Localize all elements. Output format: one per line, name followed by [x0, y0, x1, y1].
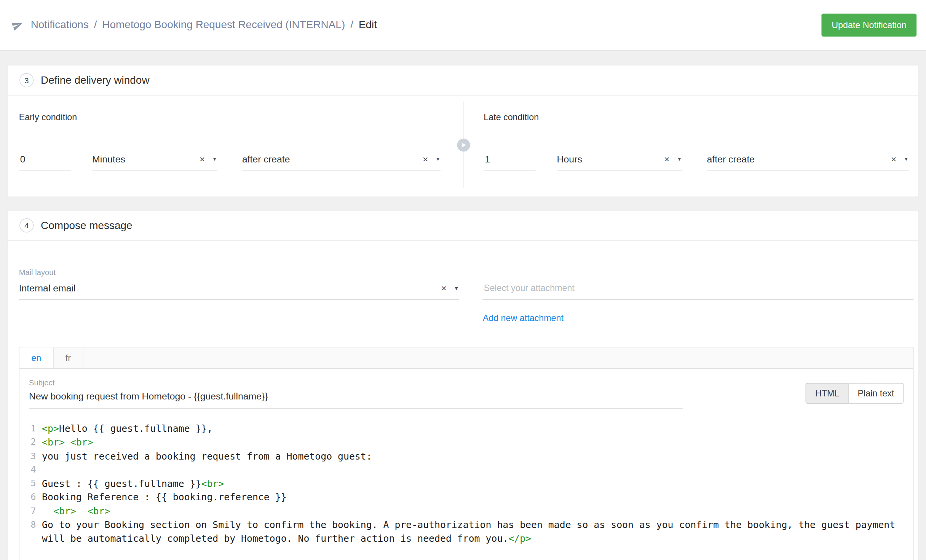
editor-line[interactable]: 6Booking Reference : {{ booking.referenc… — [29, 491, 910, 504]
code-line[interactable] — [42, 463, 909, 477]
update-notification-button[interactable]: Update Notification — [822, 14, 916, 37]
attachment-input[interactable] — [483, 283, 914, 300]
tab-en[interactable]: en — [19, 348, 53, 368]
code-line[interactable]: <br> <br> — [42, 504, 909, 518]
text-token — [76, 506, 88, 517]
early-condition-row: Minutes × ▾ after create × ▾ — [19, 154, 441, 170]
html-tag-token: <br> — [201, 478, 224, 489]
editor-line[interactable]: 4 — [29, 463, 910, 477]
late-anchor-value: after create — [707, 154, 886, 165]
editor-line[interactable]: 5Guest : {{ guest.fullname }}<br> — [29, 477, 910, 491]
breadcrumb-current: Edit — [359, 19, 377, 32]
early-value-input[interactable] — [19, 154, 71, 170]
text-token: Booking Reference : {{ booking.reference… — [42, 492, 286, 503]
play-icon — [457, 138, 470, 151]
editor-line[interactable]: 3you just received a booking request fro… — [29, 449, 910, 463]
editor-line[interactable]: 1<p>Hello {{ guest.fullname }}, — [29, 422, 910, 436]
late-unit-value: Hours — [557, 154, 659, 165]
early-unit-value: Minutes — [92, 154, 195, 165]
clear-icon[interactable]: × — [441, 284, 447, 293]
delivery-window-header: 3 Define delivery window — [8, 65, 918, 95]
subject-label: Subject — [29, 378, 683, 387]
compose-message-section: 4 Compose message Mail layout Internal e… — [7, 210, 919, 560]
early-condition-column: Early condition Minutes × ▾ after create… — [8, 95, 463, 196]
breadcrumb-separator: / — [350, 19, 353, 32]
condition-divider — [463, 102, 464, 188]
editor-line[interactable]: 8Go to your Booking section on Smily to … — [29, 518, 910, 546]
attachment-field: Add new attachment — [483, 268, 914, 323]
caret-down-icon[interactable]: ▾ — [213, 156, 216, 162]
clear-icon[interactable]: × — [200, 154, 205, 164]
early-unit-select[interactable]: Minutes × ▾ — [92, 154, 217, 170]
language-tabs: enfr — [19, 348, 913, 369]
mail-layout-value: Internal email — [19, 283, 437, 294]
compose-message-title: Compose message — [41, 219, 133, 232]
code-line[interactable]: Go to your Booking section on Smily to c… — [42, 518, 909, 546]
late-unit-select[interactable]: Hours × ▾ — [557, 154, 682, 170]
late-condition-row: Hours × ▾ after create × ▾ — [484, 154, 909, 170]
compose-message-body: Mail layout Internal email × ▾ Add new a… — [8, 241, 918, 560]
line-number: 5 — [29, 477, 36, 491]
breadcrumb-section[interactable]: Notifications — [31, 19, 89, 32]
format-toggle: HTML Plain text — [806, 383, 904, 404]
top-bar: Notifications / Hometogo Booking Request… — [0, 0, 926, 51]
delivery-window-section: 3 Define delivery window Early condition… — [7, 65, 919, 197]
code-line[interactable]: <p>Hello {{ guest.fullname }}, — [42, 422, 909, 436]
editor-line[interactable]: 7 <br> <br> — [29, 504, 910, 518]
caret-down-icon[interactable]: ▾ — [678, 156, 681, 162]
html-tag-token: <br> — [42, 437, 65, 448]
code-line[interactable]: Booking Reference : {{ booking.reference… — [42, 491, 909, 504]
breadcrumb: Notifications / Hometogo Booking Request… — [12, 19, 377, 32]
mail-layout-field: Mail layout Internal email × ▾ — [19, 268, 459, 323]
caret-down-icon[interactable]: ▾ — [455, 286, 458, 292]
breadcrumb-separator: / — [94, 19, 97, 32]
mail-layout-label: Mail layout — [19, 268, 459, 277]
main-content: 3 Define delivery window Early condition… — [0, 51, 926, 560]
early-anchor-select[interactable]: after create × ▾ — [242, 154, 441, 170]
caret-down-icon[interactable]: ▾ — [905, 156, 908, 162]
app-root: Notifications / Hometogo Booking Request… — [0, 0, 926, 560]
code-line[interactable]: you just received a booking request from… — [42, 449, 909, 463]
late-condition-label: Late condition — [484, 112, 909, 122]
text-token — [65, 437, 70, 448]
early-condition-label: Early condition — [19, 112, 441, 122]
compose-message-header: 4 Compose message — [8, 211, 918, 241]
html-tag-token: <br> — [70, 437, 93, 448]
code-line[interactable]: Guest : {{ guest.fullname }}<br> — [42, 477, 909, 491]
early-anchor-value: after create — [242, 154, 418, 165]
text-token — [42, 506, 53, 517]
late-value-input[interactable] — [484, 154, 535, 170]
layout-attachment-row: Mail layout Internal email × ▾ Add new a… — [19, 268, 914, 323]
plain-text-mode-button[interactable]: Plain text — [849, 383, 904, 404]
step-4-badge: 4 — [19, 218, 34, 232]
subject-input[interactable] — [29, 387, 683, 409]
line-number: 7 — [29, 504, 36, 518]
code-line[interactable]: <br> <br> — [42, 436, 909, 449]
subject-field: Subject — [29, 378, 683, 409]
html-tag-token: <p> — [42, 423, 59, 434]
tab-fr[interactable]: fr — [54, 348, 83, 368]
step-3-badge: 3 — [19, 73, 34, 87]
delivery-window-body: Early condition Minutes × ▾ after create… — [8, 95, 918, 196]
send-icon — [10, 18, 25, 32]
editor-line[interactable]: 2<br> <br> — [29, 436, 910, 449]
clear-icon[interactable]: × — [664, 154, 669, 164]
mail-layout-select[interactable]: Internal email × ▾ — [19, 283, 459, 299]
line-number: 2 — [29, 436, 36, 449]
html-tag-token: </p> — [508, 533, 531, 544]
line-number: 1 — [29, 422, 36, 436]
text-token: Hello {{ guest.fullname }}, — [59, 423, 212, 434]
tab-content: Subject HTML Plain text 1<p>Hello {{ gue… — [19, 369, 913, 560]
text-token: Guest : {{ guest.fullname }} — [42, 478, 201, 489]
clear-icon[interactable]: × — [423, 154, 428, 164]
line-number: 8 — [29, 518, 36, 532]
message-editor[interactable]: 1<p>Hello {{ guest.fullname }},2<br> <br… — [29, 422, 910, 546]
late-anchor-select[interactable]: after create × ▾ — [707, 154, 909, 170]
message-tab-panel: enfr Subject HTML Plain text — [19, 347, 914, 560]
line-number: 3 — [29, 449, 36, 463]
caret-down-icon[interactable]: ▾ — [436, 156, 439, 162]
clear-icon[interactable]: × — [891, 154, 896, 164]
html-mode-button[interactable]: HTML — [806, 383, 849, 404]
breadcrumb-item[interactable]: Hometogo Booking Request Received (INTER… — [102, 19, 345, 32]
add-attachment-link[interactable]: Add new attachment — [483, 313, 564, 323]
